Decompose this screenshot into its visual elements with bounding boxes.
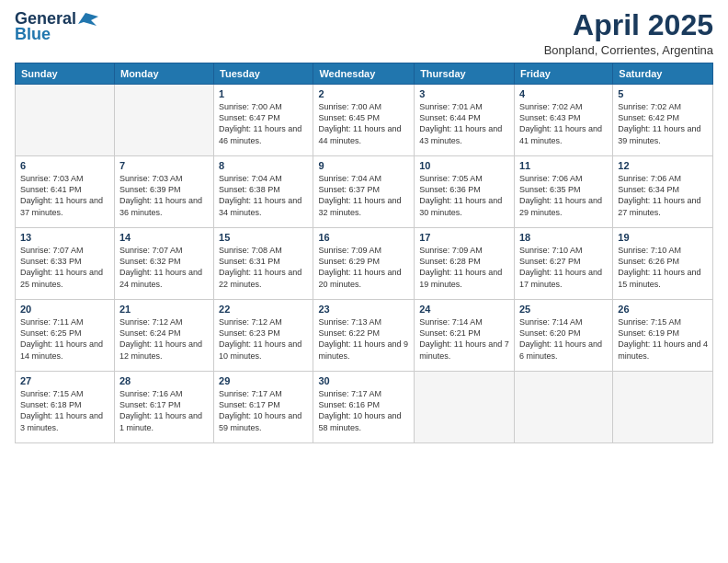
day-number: 20: [20, 304, 109, 315]
day-detail: Sunrise: 7:12 AM Sunset: 6:24 PM Dayligh…: [119, 316, 209, 362]
day-detail: Sunrise: 7:15 AM Sunset: 6:19 PM Dayligh…: [618, 316, 708, 362]
day-number: 30: [318, 375, 409, 386]
day-number: 21: [119, 304, 209, 315]
calendar-cell: 22Sunrise: 7:12 AM Sunset: 6:23 PM Dayli…: [214, 300, 313, 372]
calendar-cell: 15Sunrise: 7:08 AM Sunset: 6:31 PM Dayli…: [214, 228, 313, 300]
calendar-cell: 26Sunrise: 7:15 AM Sunset: 6:19 PM Dayli…: [613, 300, 713, 372]
day-detail: Sunrise: 7:09 AM Sunset: 6:28 PM Dayligh…: [419, 245, 509, 290]
day-number: 16: [318, 232, 409, 243]
calendar-cell: 11Sunrise: 7:06 AM Sunset: 6:35 PM Dayli…: [514, 156, 612, 228]
day-detail: Sunrise: 7:07 AM Sunset: 6:32 PM Dayligh…: [119, 245, 209, 290]
day-number: 19: [618, 232, 708, 243]
day-detail: Sunrise: 7:14 AM Sunset: 6:20 PM Dayligh…: [519, 316, 608, 362]
day-detail: Sunrise: 7:09 AM Sunset: 6:29 PM Dayligh…: [318, 245, 409, 290]
day-number: 4: [519, 88, 608, 99]
calendar-cell: 14Sunrise: 7:07 AM Sunset: 6:32 PM Dayli…: [114, 228, 213, 300]
day-number: 5: [618, 88, 708, 99]
day-detail: Sunrise: 7:05 AM Sunset: 6:36 PM Dayligh…: [419, 173, 509, 218]
weekday-header-thursday: Thursday: [415, 63, 515, 85]
day-number: 18: [519, 232, 608, 243]
day-detail: Sunrise: 7:06 AM Sunset: 6:35 PM Dayligh…: [519, 173, 608, 218]
day-detail: Sunrise: 7:10 AM Sunset: 6:26 PM Dayligh…: [618, 245, 708, 290]
day-number: 28: [119, 375, 209, 386]
calendar-cell: 3Sunrise: 7:01 AM Sunset: 6:44 PM Daylig…: [415, 85, 515, 156]
calendar-cell: 2Sunrise: 7:00 AM Sunset: 6:45 PM Daylig…: [313, 85, 415, 156]
calendar-cell: 6Sunrise: 7:03 AM Sunset: 6:41 PM Daylig…: [16, 156, 115, 228]
calendar-week-4: 20Sunrise: 7:11 AM Sunset: 6:25 PM Dayli…: [16, 300, 713, 372]
day-detail: Sunrise: 7:03 AM Sunset: 6:39 PM Dayligh…: [119, 173, 209, 218]
calendar-week-1: 1Sunrise: 7:00 AM Sunset: 6:47 PM Daylig…: [16, 85, 713, 156]
day-detail: Sunrise: 7:13 AM Sunset: 6:22 PM Dayligh…: [318, 316, 409, 362]
day-number: 27: [20, 375, 109, 386]
calendar-cell: 18Sunrise: 7:10 AM Sunset: 6:27 PM Dayli…: [514, 228, 612, 300]
day-detail: Sunrise: 7:11 AM Sunset: 6:25 PM Dayligh…: [20, 316, 109, 362]
day-number: 11: [519, 160, 608, 171]
day-number: 10: [419, 160, 509, 171]
calendar-cell: 17Sunrise: 7:09 AM Sunset: 6:28 PM Dayli…: [415, 228, 515, 300]
weekday-header-tuesday: Tuesday: [214, 63, 313, 85]
day-detail: Sunrise: 7:04 AM Sunset: 6:37 PM Dayligh…: [318, 173, 409, 218]
calendar-cell: 28Sunrise: 7:16 AM Sunset: 6:17 PM Dayli…: [114, 372, 213, 443]
logo: General Blue: [15, 9, 98, 44]
day-detail: Sunrise: 7:03 AM Sunset: 6:41 PM Dayligh…: [20, 173, 109, 218]
calendar-week-2: 6Sunrise: 7:03 AM Sunset: 6:41 PM Daylig…: [16, 156, 713, 228]
weekday-header-row: SundayMondayTuesdayWednesdayThursdayFrid…: [16, 63, 713, 85]
day-detail: Sunrise: 7:17 AM Sunset: 6:16 PM Dayligh…: [318, 388, 409, 433]
day-detail: Sunrise: 7:06 AM Sunset: 6:34 PM Dayligh…: [618, 173, 708, 218]
svg-marker-0: [78, 13, 98, 26]
day-number: 6: [20, 160, 109, 171]
calendar-cell: 1Sunrise: 7:00 AM Sunset: 6:47 PM Daylig…: [214, 85, 313, 156]
day-number: 17: [419, 232, 509, 243]
day-number: 7: [119, 160, 209, 171]
logo-name: General Blue: [15, 9, 98, 44]
day-detail: Sunrise: 7:12 AM Sunset: 6:23 PM Dayligh…: [219, 316, 308, 362]
day-number: 12: [618, 160, 708, 171]
day-detail: Sunrise: 7:14 AM Sunset: 6:21 PM Dayligh…: [419, 316, 509, 362]
calendar-week-3: 13Sunrise: 7:07 AM Sunset: 6:33 PM Dayli…: [16, 228, 713, 300]
calendar-cell: 19Sunrise: 7:10 AM Sunset: 6:26 PM Dayli…: [613, 228, 713, 300]
day-detail: Sunrise: 7:08 AM Sunset: 6:31 PM Dayligh…: [219, 245, 308, 290]
day-number: 9: [318, 160, 409, 171]
day-detail: Sunrise: 7:07 AM Sunset: 6:33 PM Dayligh…: [20, 245, 109, 290]
location-title: Bonpland, Corrientes, Argentina: [544, 43, 713, 57]
weekday-header-sunday: Sunday: [16, 63, 115, 85]
day-detail: Sunrise: 7:04 AM Sunset: 6:38 PM Dayligh…: [219, 173, 308, 218]
day-number: 29: [219, 375, 308, 386]
calendar-cell: 5Sunrise: 7:02 AM Sunset: 6:42 PM Daylig…: [613, 85, 713, 156]
calendar-cell: [16, 85, 115, 156]
calendar-cell: 8Sunrise: 7:04 AM Sunset: 6:38 PM Daylig…: [214, 156, 313, 228]
day-number: 24: [419, 304, 509, 315]
calendar-cell: 9Sunrise: 7:04 AM Sunset: 6:37 PM Daylig…: [313, 156, 415, 228]
weekday-header-saturday: Saturday: [613, 63, 713, 85]
day-detail: Sunrise: 7:01 AM Sunset: 6:44 PM Dayligh…: [419, 101, 509, 146]
day-detail: Sunrise: 7:00 AM Sunset: 6:45 PM Dayligh…: [318, 101, 409, 146]
day-number: 15: [219, 232, 308, 243]
day-detail: Sunrise: 7:10 AM Sunset: 6:27 PM Dayligh…: [519, 245, 608, 290]
weekday-header-wednesday: Wednesday: [313, 63, 415, 85]
calendar-cell: [415, 372, 515, 443]
day-detail: Sunrise: 7:02 AM Sunset: 6:43 PM Dayligh…: [519, 101, 608, 146]
calendar-week-5: 27Sunrise: 7:15 AM Sunset: 6:18 PM Dayli…: [16, 372, 713, 443]
calendar-cell: 30Sunrise: 7:17 AM Sunset: 6:16 PM Dayli…: [313, 372, 415, 443]
day-number: 8: [219, 160, 308, 171]
day-detail: Sunrise: 7:02 AM Sunset: 6:42 PM Dayligh…: [618, 101, 708, 146]
calendar-cell: 7Sunrise: 7:03 AM Sunset: 6:39 PM Daylig…: [114, 156, 213, 228]
day-number: 26: [618, 304, 708, 315]
day-number: 22: [219, 304, 308, 315]
calendar-cell: 23Sunrise: 7:13 AM Sunset: 6:22 PM Dayli…: [313, 300, 415, 372]
logo-blue: Blue: [15, 25, 98, 44]
calendar-cell: 16Sunrise: 7:09 AM Sunset: 6:29 PM Dayli…: [313, 228, 415, 300]
day-number: 25: [519, 304, 608, 315]
day-number: 2: [318, 88, 409, 99]
calendar-cell: 13Sunrise: 7:07 AM Sunset: 6:33 PM Dayli…: [16, 228, 115, 300]
calendar-cell: 25Sunrise: 7:14 AM Sunset: 6:20 PM Dayli…: [514, 300, 612, 372]
calendar-cell: [114, 85, 213, 156]
calendar-cell: 21Sunrise: 7:12 AM Sunset: 6:24 PM Dayli…: [114, 300, 213, 372]
day-number: 23: [318, 304, 409, 315]
day-detail: Sunrise: 7:16 AM Sunset: 6:17 PM Dayligh…: [119, 388, 209, 433]
weekday-header-friday: Friday: [514, 63, 612, 85]
day-number: 1: [219, 88, 308, 99]
header: General Blue April 2025 Bonpland, Corrie…: [15, 9, 713, 57]
calendar-cell: 24Sunrise: 7:14 AM Sunset: 6:21 PM Dayli…: [415, 300, 515, 372]
calendar-cell: 29Sunrise: 7:17 AM Sunset: 6:17 PM Dayli…: [214, 372, 313, 443]
